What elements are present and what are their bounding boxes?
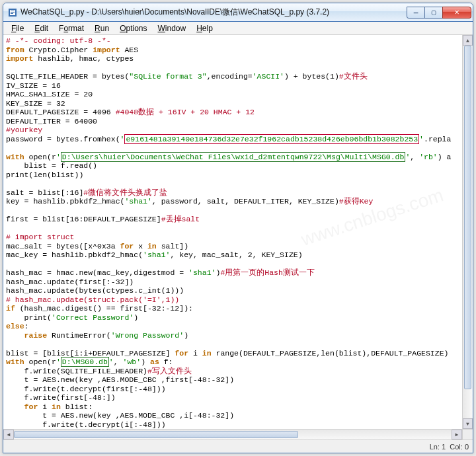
scroll-down-arrow-icon[interactable]: ▼	[463, 418, 473, 429]
close-button[interactable]: ✕	[442, 7, 471, 19]
horizontal-scrollbar[interactable]: ◀ ▶	[3, 429, 462, 439]
app-icon	[7, 7, 18, 18]
menu-file[interactable]: File	[6, 22, 29, 34]
scroll-thumb-h[interactable]	[14, 431, 298, 438]
status-col-value: 0	[465, 443, 469, 451]
statusbar: Ln: 1 Col: 0	[3, 439, 473, 453]
menu-window[interactable]: Window	[153, 22, 192, 34]
code-line: # -*- coding: utf-8 -*-	[6, 36, 111, 45]
scroll-up-arrow-icon[interactable]: ▲	[463, 35, 473, 46]
open-path-box-1: D:\Users\huier\Documents\WeChat Files\wx…	[61, 152, 406, 162]
menubar: File Edit Format Run Options Window Help	[3, 22, 473, 35]
menu-edit[interactable]: Edit	[29, 22, 54, 34]
menu-format[interactable]: Format	[54, 22, 89, 34]
status-ln-label: Ln:	[430, 443, 440, 451]
open-path-box-2: D:\MSG0.db	[61, 357, 109, 367]
menu-help[interactable]: Help	[191, 22, 218, 34]
titlebar[interactable]: WeChatSQL_p.py - D:\Users\huier\Document…	[3, 3, 473, 22]
scroll-thumb-v[interactable]	[464, 46, 471, 389]
menu-options[interactable]: Options	[114, 22, 152, 34]
status-ln-value: 1	[442, 443, 446, 451]
vertical-scrollbar[interactable]: ▲ ▼	[462, 35, 473, 429]
menu-run[interactable]: Run	[89, 22, 114, 34]
app-window: WeChatSQL_p.py - D:\Users\huier\Document…	[3, 3, 473, 453]
maximize-button[interactable]: ▢	[424, 7, 443, 19]
code-editor[interactable]: # -*- coding: utf-8 -*- from Crypto.Ciph…	[3, 35, 462, 429]
scroll-left-arrow-icon[interactable]: ◀	[3, 430, 14, 439]
scrollbar-corner	[462, 429, 473, 439]
window-title: WeChatSQL_p.py - D:\Users\huier\Document…	[20, 7, 407, 18]
window-controls: — ▢ ✕	[407, 7, 471, 19]
minimize-button[interactable]: —	[407, 7, 425, 19]
editor-area: # -*- coding: utf-8 -*- from Crypto.Ciph…	[3, 35, 473, 439]
svg-rect-4	[11, 13, 13, 14]
password-hex-box: e9161481a39140e184736d32e7e32f1962cadb15…	[124, 134, 419, 144]
svg-rect-2	[11, 11, 15, 11]
scroll-right-arrow-icon[interactable]: ▶	[452, 430, 462, 439]
svg-rect-3	[11, 12, 15, 13]
status-col-label: Col:	[450, 443, 463, 451]
